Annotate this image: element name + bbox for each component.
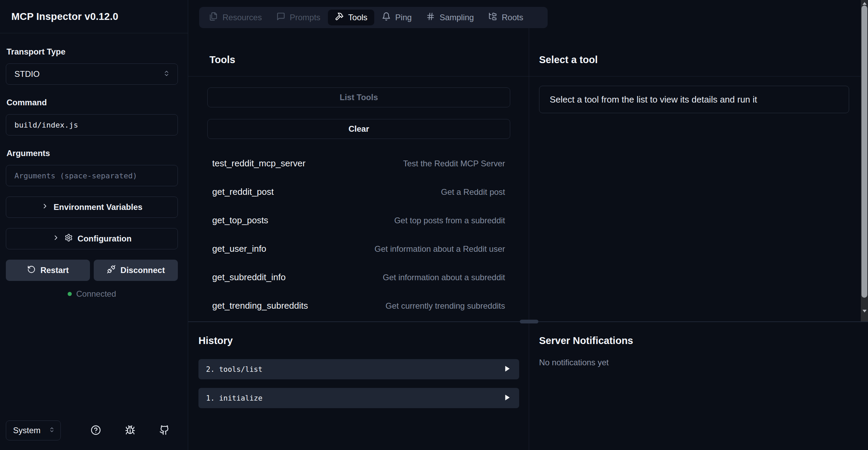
history-entry-label: 2. tools/list: [206, 365, 262, 374]
chevrons-up-down-icon: [49, 427, 55, 434]
tool-detail-empty-message: Select a tool from the list to view its …: [539, 86, 849, 113]
play-icon: [503, 365, 511, 374]
tool-description: Get top posts from a subreddit: [394, 216, 505, 225]
app-title: MCP Inspector v0.12.0: [11, 11, 118, 22]
expand-history-entry-button[interactable]: [503, 365, 511, 374]
chevron-right-icon: [52, 234, 60, 244]
tool-description: Get information about a Reddit user: [375, 244, 505, 254]
history-heading: History: [198, 334, 519, 347]
connected-status-label: Connected: [76, 289, 116, 299]
mcp-inspector-app: MCP Inspector v0.12.0 Transport Type STD…: [0, 0, 868, 450]
bug-icon: [125, 425, 135, 436]
rotate-ccw-icon: [27, 265, 36, 276]
sidebar-header: MCP Inspector v0.12.0: [0, 0, 188, 33]
help-button[interactable]: [90, 425, 101, 436]
folder-tree-icon: [488, 12, 497, 23]
history-entry[interactable]: 1. initialize: [198, 388, 519, 408]
configuration-label: Configuration: [78, 234, 132, 244]
tool-row[interactable]: get_reddit_post Get a Reddit post: [212, 178, 505, 206]
tools-heading: Tools: [209, 54, 529, 66]
files-icon: [209, 12, 218, 23]
tab-roots[interactable]: Roots: [481, 10, 530, 25]
tool-detail-pane: Select a tool Select a tool from the lis…: [529, 28, 868, 321]
tool-description: Get a Reddit post: [441, 187, 505, 197]
connection-actions: Restart Disconnect: [6, 260, 178, 281]
list-tools-button[interactable]: List Tools: [207, 87, 510, 107]
command-label: Command: [7, 98, 178, 107]
tab-label: Resources: [222, 13, 262, 22]
divider: [188, 76, 529, 76]
notifications-empty-message: No notifications yet: [539, 358, 868, 367]
arguments-input[interactable]: [6, 165, 178, 186]
unplug-icon: [107, 265, 116, 276]
tool-row[interactable]: get_subreddit_info Get information about…: [212, 263, 505, 292]
tool-name: get_reddit_post: [212, 187, 274, 197]
tool-name: get_subreddit_info: [212, 272, 286, 283]
tab-bar: Resources Prompts Tools: [199, 7, 548, 28]
history-entry-label: 1. initialize: [206, 394, 262, 402]
tool-description: Test the Reddit MCP Server: [403, 159, 505, 168]
scrollbar-down-arrow[interactable]: [861, 308, 868, 315]
panel-resize-handle[interactable]: [520, 320, 538, 323]
arguments-label: Arguments: [7, 149, 178, 158]
github-icon: [159, 425, 170, 436]
theme-select[interactable]: System: [6, 421, 61, 440]
topbar: Resources Prompts Tools: [188, 0, 868, 28]
tool-name: get_user_info: [212, 244, 266, 254]
sidebar: MCP Inspector v0.12.0 Transport Type STD…: [0, 0, 188, 450]
history-entry[interactable]: 2. tools/list: [198, 359, 519, 379]
transport-type-label: Transport Type: [7, 47, 178, 57]
transport-type-value: STDIO: [14, 69, 39, 79]
restart-button[interactable]: Restart: [6, 260, 90, 281]
tab-ping[interactable]: Ping: [375, 10, 419, 25]
tab-label: Tools: [348, 13, 367, 22]
tool-row[interactable]: get_trending_subreddits Get currently tr…: [212, 292, 505, 320]
hammer-icon: [335, 12, 344, 23]
server-notifications-heading: Server Notifications: [539, 334, 868, 347]
history-pane: History 2. tools/list 1. initialize: [188, 322, 529, 450]
expand-history-entry-button[interactable]: [503, 394, 511, 402]
connection-status: Connected: [6, 289, 178, 299]
tools-buttons: List Tools Clear: [207, 87, 510, 139]
select-a-tool-heading: Select a tool: [539, 54, 868, 66]
restart-label: Restart: [41, 265, 69, 275]
sidebar-body: Transport Type STDIO Command Arguments E…: [0, 33, 188, 421]
github-button[interactable]: [159, 425, 170, 436]
content-area: Resources Prompts Tools: [188, 0, 868, 450]
server-notifications-pane: Server Notifications No notifications ye…: [529, 322, 868, 450]
clear-tools-button[interactable]: Clear: [207, 119, 510, 139]
chevron-right-icon: [41, 202, 49, 212]
help-circle-icon: [91, 425, 101, 436]
command-input[interactable]: [6, 114, 178, 135]
tab-sampling[interactable]: Sampling: [419, 10, 481, 25]
bell-icon: [382, 12, 391, 23]
play-icon: [503, 394, 511, 402]
environment-variables-label: Environment Variables: [54, 202, 142, 212]
sidebar-footer: System: [0, 421, 188, 450]
scrollbar-thumb[interactable]: [861, 5, 867, 298]
tool-description: Get information about a subreddit: [383, 273, 505, 282]
tools-main: Tools List Tools Clear test_reddit_mcp_s…: [188, 28, 868, 321]
configuration-button[interactable]: Configuration: [6, 228, 178, 249]
tool-row[interactable]: get_user_info Get information about a Re…: [212, 235, 505, 263]
tab-tools[interactable]: Tools: [328, 10, 374, 25]
chevrons-up-down-icon: [163, 70, 170, 78]
tool-row[interactable]: get_top_posts Get top posts from a subre…: [212, 206, 505, 235]
theme-select-value: System: [13, 426, 41, 435]
report-bug-button[interactable]: [125, 425, 136, 436]
disconnect-button[interactable]: Disconnect: [94, 260, 178, 281]
tab-label: Prompts: [290, 13, 320, 22]
footer-icons: [90, 425, 170, 436]
message-square-icon: [276, 12, 285, 23]
tab-label: Roots: [502, 13, 523, 22]
transport-type-select[interactable]: STDIO: [6, 63, 178, 85]
tab-label: Ping: [395, 13, 412, 22]
vertical-scrollbar[interactable]: [861, 0, 868, 321]
tool-row[interactable]: test_reddit_mcp_server Test the Reddit M…: [212, 149, 505, 178]
environment-variables-button[interactable]: Environment Variables: [6, 197, 178, 218]
tab-label: Sampling: [439, 13, 474, 22]
tab-resources[interactable]: Resources: [202, 10, 269, 25]
divider: [529, 76, 868, 76]
tool-name: get_top_posts: [212, 215, 268, 226]
tab-prompts[interactable]: Prompts: [270, 10, 327, 25]
